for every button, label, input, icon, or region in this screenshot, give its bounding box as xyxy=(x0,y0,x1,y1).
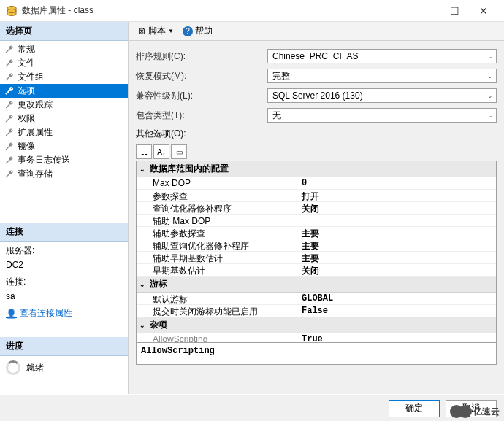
progress-status: 就绪 xyxy=(26,362,44,374)
property-value[interactable]: 打开 xyxy=(297,190,496,201)
toolbar: 🖺 脚本 ▼ ? 帮助 xyxy=(129,22,504,41)
sidebar-item-label: 镜像 xyxy=(18,140,35,152)
sidebar-item-label: 扩展属性 xyxy=(18,126,53,139)
property-value[interactable]: 主要 xyxy=(297,227,496,239)
sidebar-item-3[interactable]: 选项 xyxy=(0,84,128,98)
sidebar-item-9[interactable]: 查询存储 xyxy=(0,167,128,181)
script-icon: 🖺 xyxy=(137,26,146,36)
server-label: 服务器: xyxy=(0,242,128,260)
property-row[interactable]: Max DOP0 xyxy=(137,177,496,190)
select-page-header: 选择页 xyxy=(0,22,128,41)
property-name: 早期基数估计 xyxy=(137,264,297,276)
property-name: 辅助查询优化器修补程序 xyxy=(137,239,297,251)
property-row[interactable]: 辅助参数探查主要 xyxy=(137,227,496,239)
property-category[interactable]: ⌄游标 xyxy=(137,277,496,293)
conn-label: 连接: xyxy=(0,273,128,291)
property-name: Max DOP xyxy=(137,177,297,189)
property-description: AllowScripting xyxy=(136,343,497,365)
spinner-icon xyxy=(6,360,20,375)
sidebar-item-6[interactable]: 扩展属性 xyxy=(0,125,128,139)
property-value[interactable] xyxy=(297,215,496,226)
conn-value: sa xyxy=(0,291,128,304)
sidebar-item-label: 更改跟踪 xyxy=(18,99,53,111)
chevron-down-icon: ⌄ xyxy=(487,92,493,99)
property-row[interactable]: 默认游标GLOBAL xyxy=(137,293,496,305)
chevron-down-icon: ▼ xyxy=(168,28,174,34)
chevron-down-icon: ⌄ xyxy=(487,112,493,119)
close-button[interactable]: ✕ xyxy=(469,1,498,21)
property-row[interactable]: 查询优化器修补程序关闭 xyxy=(137,202,496,215)
compat-label: 兼容性级别(L): xyxy=(136,90,267,102)
sidebar-item-2[interactable]: 文件组 xyxy=(0,70,128,84)
recovery-label: 恢复模式(M): xyxy=(136,70,267,82)
property-value[interactable]: 主要 xyxy=(297,252,496,263)
sidebar-item-label: 权限 xyxy=(18,112,35,125)
ok-button[interactable]: 确定 xyxy=(389,400,440,417)
property-row[interactable]: 早期基数估计关闭 xyxy=(137,264,496,277)
property-name: AllowScripting xyxy=(137,333,297,343)
property-name: 辅助 Max DOP xyxy=(137,215,297,226)
property-category[interactable]: ⌄数据库范围内的配置 xyxy=(137,161,496,177)
help-button[interactable]: ? 帮助 xyxy=(180,23,215,39)
database-icon xyxy=(6,5,18,17)
property-grid[interactable]: ⌄数据库范围内的配置Max DOP0参数探查打开查询优化器修补程序关闭辅助 Ma… xyxy=(136,161,497,343)
compat-select[interactable]: SQL Server 2016 (130) ⌄ xyxy=(267,88,497,103)
sidebar-item-8[interactable]: 事务日志传送 xyxy=(0,153,128,167)
sidebar-item-label: 选项 xyxy=(18,85,35,97)
view-connection-props-link[interactable]: 👤 查看连接属性 xyxy=(0,304,128,322)
window-title: 数据库属性 - class xyxy=(22,4,411,17)
script-button[interactable]: 🖺 脚本 ▼ xyxy=(134,23,177,39)
collapse-icon: ⌄ xyxy=(140,322,147,329)
property-name: 默认游标 xyxy=(137,293,297,304)
property-name: 提交时关闭游标功能已启用 xyxy=(137,305,297,317)
property-value[interactable]: GLOBAL xyxy=(297,293,496,304)
minimize-button[interactable]: — xyxy=(411,1,440,21)
property-name: 辅助参数探查 xyxy=(137,227,297,239)
property-row[interactable]: 提交时关闭游标功能已启用False xyxy=(137,305,496,317)
sidebar-item-4[interactable]: 更改跟踪 xyxy=(0,98,128,112)
sidebar-item-0[interactable]: 常规 xyxy=(0,42,128,56)
property-value[interactable]: False xyxy=(297,305,496,317)
property-name: 参数探查 xyxy=(137,190,297,201)
sidebar-item-1[interactable]: 文件 xyxy=(0,56,128,70)
sidebar: 选择页 常规文件文件组选项更改跟踪权限扩展属性镜像事务日志传送查询存储 连接 服… xyxy=(0,22,129,394)
property-name: 辅助早期基数估计 xyxy=(137,252,297,263)
property-value[interactable]: True xyxy=(297,333,496,343)
property-row[interactable]: 辅助查询优化器修补程序主要 xyxy=(137,239,496,252)
property-row[interactable]: 辅助 Max DOP xyxy=(137,215,496,227)
other-options-label: 其他选项(O): xyxy=(136,128,186,140)
collapse-icon: ⌄ xyxy=(140,166,147,173)
maximize-button[interactable]: ☐ xyxy=(440,1,469,21)
property-row[interactable]: 参数探查打开 xyxy=(137,190,496,202)
collapse-icon: ⌄ xyxy=(140,281,147,288)
sidebar-item-7[interactable]: 镜像 xyxy=(0,139,128,153)
property-value[interactable]: 关闭 xyxy=(297,202,496,214)
property-value[interactable]: 0 xyxy=(297,177,496,189)
categorized-button[interactable]: ☷ xyxy=(136,144,152,159)
sidebar-item-label: 常规 xyxy=(18,43,35,55)
sidebar-item-label: 文件组 xyxy=(18,71,44,83)
containment-label: 包含类型(T): xyxy=(136,109,267,122)
property-value[interactable]: 主要 xyxy=(297,239,496,251)
alphabetical-button[interactable]: A↓ xyxy=(153,144,169,159)
server-value: DC2 xyxy=(0,260,128,273)
property-pages-button[interactable]: ▭ xyxy=(171,144,187,159)
person-icon: 👤 xyxy=(6,309,17,319)
property-row[interactable]: 辅助早期基数估计主要 xyxy=(137,252,496,264)
collation-select[interactable]: Chinese_PRC_CI_AS ⌄ xyxy=(267,49,497,63)
sidebar-item-label: 查询存储 xyxy=(18,168,53,180)
recovery-select[interactable]: 完整 ⌄ xyxy=(267,69,497,83)
progress-header: 进度 xyxy=(0,337,128,356)
help-icon: ? xyxy=(183,26,193,36)
title-bar: 数据库属性 - class — ☐ ✕ xyxy=(0,0,504,22)
property-row[interactable]: AllowScriptingTrue xyxy=(137,333,496,343)
sidebar-item-label: 文件 xyxy=(18,57,35,69)
connection-header: 连接 xyxy=(0,223,128,242)
sidebar-item-label: 事务日志传送 xyxy=(18,154,70,166)
sidebar-item-5[interactable]: 权限 xyxy=(0,112,128,125)
property-value[interactable]: 关闭 xyxy=(297,264,496,276)
dialog-footer: 确定 取消 xyxy=(0,395,504,421)
property-category[interactable]: ⌄杂项 xyxy=(137,317,496,333)
chevron-down-icon: ⌄ xyxy=(487,72,493,80)
containment-select[interactable]: 无 ⌄ xyxy=(267,108,497,123)
